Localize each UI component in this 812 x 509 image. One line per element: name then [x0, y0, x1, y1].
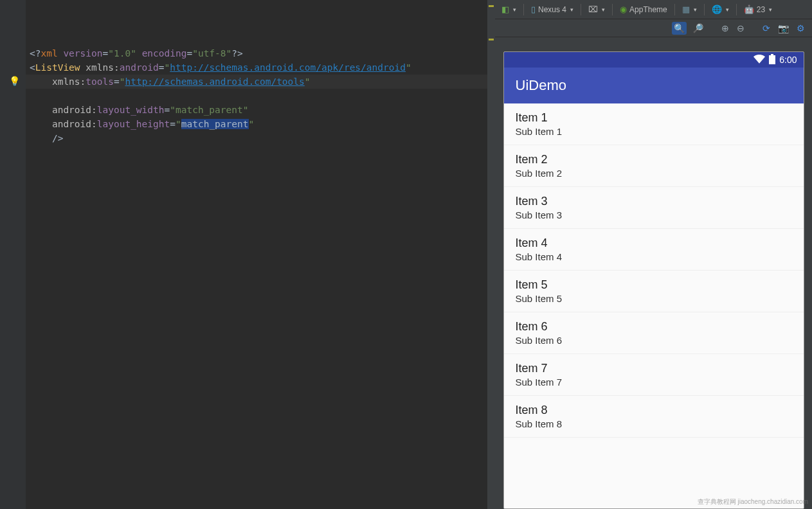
code-editor-pane: 💡 <?xml version="1.0" encoding="utf-8"?>…	[0, 0, 495, 509]
palette-icon: ◧	[501, 4, 509, 14]
app-title: UiDemo	[516, 77, 566, 94]
separator	[736, 4, 737, 15]
chevron-down-icon: ▾	[513, 6, 516, 13]
layout-dropdown[interactable]: ▦ ▾	[680, 3, 699, 15]
list-item-title: Item 7	[516, 362, 792, 375]
api-label: 23	[757, 5, 765, 14]
globe-icon: 🌐	[712, 4, 722, 14]
code-area[interactable]: <?xml version="1.0" encoding="utf-8"?> <…	[26, 0, 495, 509]
config-dropdown[interactable]: ◧ ▾	[499, 3, 519, 15]
theme-label: AppTheme	[629, 5, 667, 14]
watermark: 查字典教程网 jiaocheng.chazidian.com	[698, 497, 808, 506]
list-item-title: Item 1	[516, 111, 792, 125]
device-preview-wrapper: 6:00 UiDemo Item 1Sub Item 1Item 2Sub It…	[495, 37, 812, 509]
chevron-down-icon: ▾	[570, 6, 573, 13]
list-item[interactable]: Item 4Sub Item 4	[504, 229, 804, 271]
orientation-dropdown[interactable]: ⌧ ▾	[586, 3, 608, 15]
list-item-subtitle: Sub Item 1	[516, 126, 792, 137]
device-label: Nexus 4	[538, 5, 566, 14]
list-item-subtitle: Sub Item 3	[516, 210, 792, 220]
orientation-icon: ⌧	[588, 4, 598, 14]
zoom-out-button[interactable]: ⊖	[735, 22, 746, 35]
list-item-subtitle: Sub Item 7	[516, 377, 792, 388]
theme-dropdown[interactable]: ◉ AppTheme	[617, 3, 670, 15]
svg-rect-1	[771, 54, 773, 55]
lightbulb-icon[interactable]: 💡	[9, 76, 20, 86]
layout-icon: ▦	[682, 4, 690, 14]
api-dropdown[interactable]: 🤖 23 ▾	[741, 3, 775, 15]
list-item-subtitle: Sub Item 2	[516, 168, 792, 179]
separator	[704, 4, 705, 15]
preview-config-toolbar: ◧ ▾ ▯ Nexus 4 ▾ ⌧ ▾ ◉ AppTheme ▦ ▾ 🌐 ▾	[495, 0, 812, 19]
list-item[interactable]: Item 2Sub Item 2	[504, 145, 804, 187]
status-bar: 6:00	[504, 52, 804, 67]
wifi-icon	[753, 55, 765, 66]
list-item[interactable]: Item 5Sub Item 5	[504, 271, 804, 312]
list-item-subtitle: Sub Item 5	[516, 293, 792, 304]
warning-marker[interactable]	[489, 39, 494, 40]
list-item[interactable]: Item 3Sub Item 3	[504, 187, 804, 229]
app-bar: UiDemo	[504, 67, 804, 103]
chevron-down-icon: ▾	[602, 6, 605, 13]
screenshot-button[interactable]: 📷	[776, 22, 791, 35]
list-item[interactable]: Item 6Sub Item 6	[504, 312, 804, 354]
list-view[interactable]: Item 1Sub Item 1Item 2Sub Item 2Item 3Su…	[504, 103, 804, 508]
list-item-title: Item 2	[516, 153, 792, 166]
list-item-subtitle: Sub Item 6	[516, 335, 792, 346]
list-item-subtitle: Sub Item 8	[516, 418, 792, 429]
theme-icon: ◉	[620, 4, 627, 14]
list-item[interactable]: Item 8Sub Item 8	[504, 396, 804, 438]
list-item-title: Item 6	[516, 320, 792, 334]
settings-button[interactable]: ⚙	[795, 22, 807, 35]
zoom-in-button[interactable]: ⊕	[719, 22, 731, 35]
separator	[674, 4, 675, 15]
device-frame: 6:00 UiDemo Item 1Sub Item 1Item 2Sub It…	[503, 51, 804, 509]
list-item-title: Item 5	[516, 278, 792, 292]
list-item[interactable]: Item 1Sub Item 1	[504, 103, 804, 145]
separator	[523, 4, 524, 15]
locale-dropdown[interactable]: 🌐 ▾	[709, 3, 732, 15]
chevron-down-icon: ▾	[726, 6, 729, 13]
battery-icon	[769, 54, 775, 66]
status-time: 6:00	[779, 55, 797, 65]
list-item-subtitle: Sub Item 4	[516, 251, 792, 262]
zoom-actual-button[interactable]: 🔎	[690, 22, 705, 35]
separator	[612, 4, 613, 15]
android-icon: 🤖	[744, 4, 754, 14]
chevron-down-icon: ▾	[694, 6, 697, 13]
device-dropdown[interactable]: ▯ Nexus 4 ▾	[528, 3, 576, 15]
list-item-title: Item 3	[516, 195, 792, 208]
gutter: 💡	[0, 0, 26, 509]
list-item-title: Item 4	[516, 237, 792, 250]
chevron-down-icon: ▾	[769, 6, 772, 13]
separator	[581, 4, 581, 15]
warning-marker[interactable]	[489, 5, 494, 7]
refresh-button[interactable]: ⟳	[761, 22, 772, 35]
preview-pane: ◧ ▾ ▯ Nexus 4 ▾ ⌧ ▾ ◉ AppTheme ▦ ▾ 🌐 ▾	[495, 0, 812, 509]
list-item-title: Item 8	[516, 404, 792, 417]
preview-zoom-toolbar: 🔍 🔎 ⊕ ⊖ ⟳ 📷 ⚙	[495, 19, 812, 37]
svg-rect-0	[769, 55, 775, 64]
list-item[interactable]: Item 7Sub Item 7	[504, 354, 804, 396]
zoom-fit-button[interactable]: 🔍	[672, 22, 687, 35]
device-icon: ▯	[531, 4, 536, 14]
